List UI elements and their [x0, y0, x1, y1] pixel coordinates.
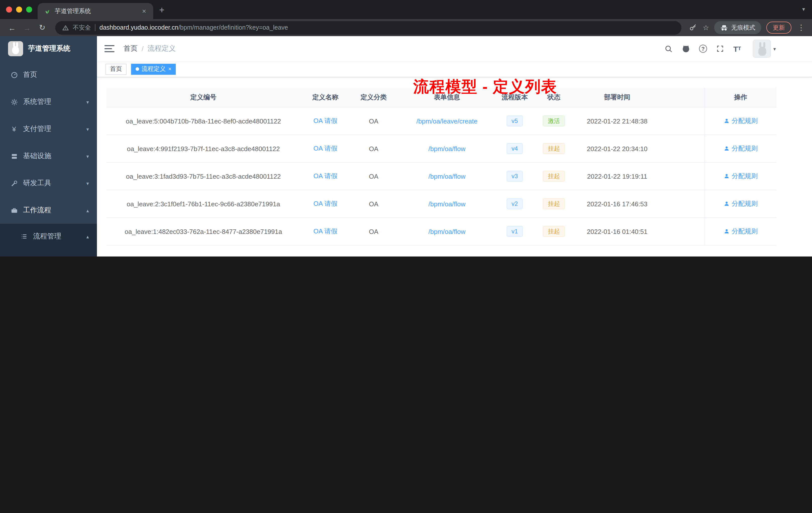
sidebar: 芋道管理系统 首页 系统管理 ▾ ¥ 支付管理 ▾: [0, 36, 97, 256]
form-link[interactable]: /bpm/oa/flow: [428, 145, 465, 152]
action-label: 分配规则: [732, 199, 758, 208]
sidebar-logo-row[interactable]: 芋道管理系统: [0, 36, 97, 61]
definition-id: oa_leave:3:1fad3d93-7b75-11ec-a3c8-acde4…: [107, 163, 300, 190]
active-dot: [136, 67, 139, 71]
user-icon: [724, 146, 730, 152]
dashboard-icon: [10, 71, 18, 79]
deploy-time: 2022-01-22 19:19:11: [576, 163, 659, 190]
assign-rule-button[interactable]: 分配规则: [724, 199, 758, 208]
security-label[interactable]: 不安全: [73, 23, 91, 32]
definition-name-link[interactable]: OA 请假: [313, 117, 337, 125]
sidebar-item-process-management[interactable]: 流程管理 ▴: [0, 224, 97, 249]
browser-tab[interactable]: 芋道管理系统 ×: [38, 3, 153, 19]
sidebar-item-infrastructure[interactable]: 基础设施 ▾: [0, 143, 97, 170]
tag-process-definition[interactable]: 流程定义 ×: [131, 63, 176, 74]
breadcrumb: 首页 / 流程定义: [123, 44, 176, 53]
font-size-icon[interactable]: TT: [733, 44, 742, 53]
browser-menu-icon[interactable]: ⋮: [796, 23, 806, 32]
chevron-down-icon: ▾: [86, 126, 89, 132]
status-badge: 挂起: [543, 198, 565, 209]
table-row: oa_leave:2:3c1f0ef1-76b1-11ec-9c66-a2380…: [107, 190, 776, 218]
tab-search-icon[interactable]: ▾: [802, 6, 805, 12]
forward-button[interactable]: →: [21, 23, 33, 32]
form-link[interactable]: /bpm/oa/flow: [428, 228, 465, 235]
favicon-icon: [44, 7, 51, 14]
main-area: 流程模型 - 定义列表 首页 / 流程定义 ?: [97, 36, 812, 256]
avatar[interactable]: [753, 40, 771, 58]
reload-button[interactable]: ↻: [36, 23, 48, 32]
password-key-icon[interactable]: [689, 23, 698, 32]
assign-rule-button[interactable]: 分配规则: [724, 144, 758, 153]
form-link[interactable]: /bpm/oa/leave/create: [416, 117, 477, 125]
user-menu[interactable]: ▾: [753, 40, 776, 58]
definition-name-link[interactable]: OA 请假: [313, 172, 337, 181]
sidebar-item-label: 系统管理: [23, 97, 51, 107]
help-icon[interactable]: ?: [698, 44, 707, 53]
action-label: 分配规则: [732, 117, 758, 125]
app-logo: [8, 41, 23, 56]
not-secure-icon: [62, 24, 69, 31]
tab-close-icon[interactable]: ×: [140, 6, 148, 16]
sidebar-item-home[interactable]: 首页: [0, 61, 97, 88]
sidebar-item-process-form[interactable]: 流程表单: [0, 249, 97, 256]
browser-toolbar: ← → ↻ 不安全 dashboard.yudao.iocoder.cn/bpm…: [0, 19, 812, 36]
url-text[interactable]: dashboard.yudao.iocoder.cn/bpm/manager/d…: [99, 24, 288, 31]
navbar-actions: ? TT ▾: [664, 40, 802, 58]
user-icon: [724, 173, 730, 179]
definition-name-link[interactable]: OA 请假: [313, 144, 337, 153]
back-button[interactable]: ←: [6, 23, 18, 32]
breadcrumb-home[interactable]: 首页: [123, 44, 138, 53]
assign-rule-button[interactable]: 分配规则: [724, 227, 758, 236]
sidebar-item-payment[interactable]: ¥ 支付管理 ▾: [0, 116, 97, 143]
tag-label: 首页: [110, 65, 122, 73]
deploy-time: 2022-01-16 01:40:51: [576, 218, 659, 245]
definition-category: OA: [350, 218, 397, 245]
sidebar-item-label: 基础设施: [23, 152, 51, 161]
tag-label: 流程定义: [142, 65, 166, 73]
form-link[interactable]: /bpm/oa/flow: [428, 200, 465, 208]
app-root: 芋道管理系统 首页 系统管理 ▾ ¥ 支付管理 ▾: [0, 36, 812, 256]
devtools-icon: [10, 179, 18, 187]
sidebar-toggle-icon[interactable]: [105, 45, 115, 52]
version-badge: v2: [506, 198, 523, 209]
minimize-window-button[interactable]: [16, 6, 22, 12]
window-controls[interactable]: [6, 6, 32, 12]
close-window-button[interactable]: [6, 6, 12, 12]
github-icon[interactable]: [682, 44, 691, 53]
search-icon[interactable]: [664, 44, 673, 53]
assign-rule-button[interactable]: 分配规则: [724, 172, 758, 181]
status-badge: 激活: [543, 116, 565, 126]
update-chrome-button[interactable]: 更新: [766, 22, 791, 34]
tag-home[interactable]: 首页: [106, 63, 126, 74]
sidebar-item-system[interactable]: 系统管理 ▾: [0, 88, 97, 116]
address-bar[interactable]: 不安全 dashboard.yudao.iocoder.cn/bpm/manag…: [55, 21, 682, 34]
definition-name-link[interactable]: OA 请假: [313, 199, 337, 208]
assign-rule-button[interactable]: 分配规则: [724, 117, 758, 125]
app-title: 芋道管理系统: [28, 44, 70, 53]
tags-view-bar: 首页 流程定义 ×: [97, 61, 812, 77]
sidebar-item-workflow[interactable]: 工作流程 ▴: [0, 197, 97, 224]
status-badge: 挂起: [543, 226, 565, 237]
sidebar-item-label: 流程管理: [33, 232, 61, 241]
screen: 芋道管理系统 × + ▾ ← → ↻ 不安全 dashboard.yudao.i…: [0, 0, 812, 256]
user-icon: [724, 229, 730, 234]
definition-category: OA: [350, 135, 397, 162]
bookmark-star-icon[interactable]: ☆: [703, 24, 709, 32]
address-divider: [95, 24, 95, 31]
page-content: 定义编号 定义名称 定义分类 表单信息 流程版本 状态 部署时间 操作 oa_l…: [97, 77, 812, 256]
tag-close-icon[interactable]: ×: [168, 66, 172, 72]
table-row: oa_leave:4:991f2193-7b7f-11ec-a3c8-acde4…: [107, 135, 776, 163]
definition-name-link[interactable]: OA 请假: [313, 227, 337, 236]
table-row: oa_leave:1:482ec033-762a-11ec-8477-a2380…: [107, 218, 776, 245]
incognito-badge: 无痕模式: [714, 21, 761, 34]
caret-down-icon: ▾: [773, 46, 776, 52]
fullscreen-icon[interactable]: [716, 44, 725, 53]
tab-title: 芋道管理系统: [55, 7, 140, 15]
update-label: 更新: [773, 23, 785, 32]
form-link[interactable]: /bpm/oa/flow: [428, 173, 465, 180]
chevron-up-icon: ▴: [86, 234, 89, 239]
new-tab-button[interactable]: +: [159, 5, 165, 16]
definition-category: OA: [350, 190, 397, 217]
sidebar-item-devtools[interactable]: 研发工具 ▾: [0, 170, 97, 197]
maximize-window-button[interactable]: [26, 6, 32, 12]
